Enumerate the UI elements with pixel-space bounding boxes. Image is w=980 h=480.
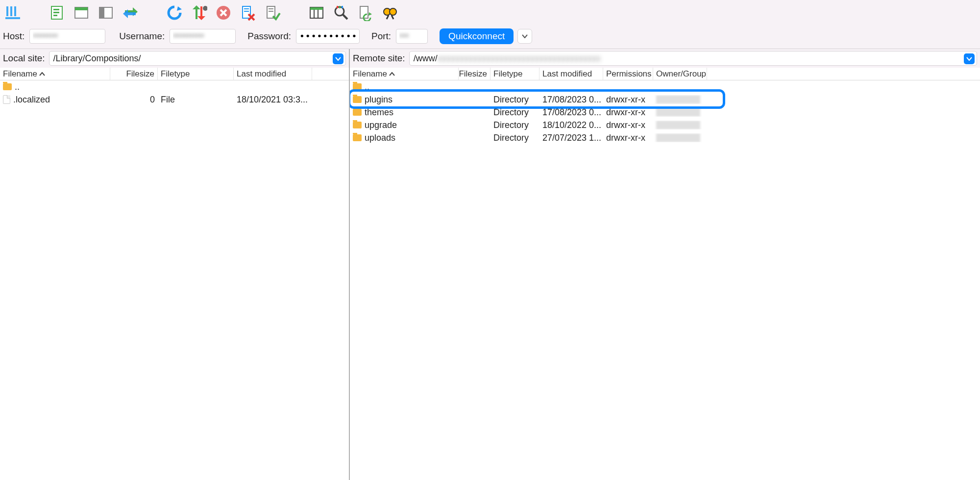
header-filetype[interactable]: Filetype bbox=[158, 68, 234, 80]
chevron-down-icon bbox=[964, 53, 975, 64]
columns-icon[interactable] bbox=[307, 3, 326, 23]
file-name: upgrade bbox=[365, 120, 397, 130]
password-input[interactable] bbox=[296, 29, 360, 44]
svg-rect-5 bbox=[53, 9, 59, 10]
host-label: Host: bbox=[3, 31, 25, 42]
folder-icon bbox=[3, 83, 12, 90]
local-site-row: Local site: /Library/Compositions/ bbox=[0, 49, 349, 68]
site-manager-icon[interactable] bbox=[3, 3, 23, 23]
username-input[interactable] bbox=[170, 29, 236, 44]
remote-site-path[interactable]: /www/xxxxxxxxxxxxxxxxxxxxxxxxxxxxxxxxxxx… bbox=[409, 51, 977, 66]
svg-rect-1 bbox=[10, 6, 12, 16]
file-name: .. bbox=[365, 82, 369, 92]
quickconnect-bar: Host: Username: Password: Port: Quickcon… bbox=[0, 25, 980, 49]
svg-point-31 bbox=[390, 8, 396, 15]
header-filesize[interactable]: Filesize bbox=[459, 68, 490, 80]
file-name: .localized bbox=[13, 95, 50, 105]
svg-rect-3 bbox=[5, 17, 20, 19]
local-site-label: Local site: bbox=[3, 53, 45, 64]
file-name: themes bbox=[365, 107, 393, 118]
svg-rect-9 bbox=[75, 7, 88, 10]
svg-rect-0 bbox=[6, 6, 8, 16]
header-lastmodified[interactable]: Last modified bbox=[234, 68, 312, 80]
local-site-path[interactable]: /Library/Compositions/ bbox=[49, 51, 346, 66]
file-icon bbox=[3, 95, 10, 104]
header-permissions[interactable]: Permissions bbox=[603, 68, 653, 80]
table-row[interactable]: .. bbox=[0, 80, 349, 93]
table-row[interactable]: upgradeDirectory18/10/2022 0...drwxr-xr-… bbox=[350, 119, 980, 131]
sync-browse-icon[interactable] bbox=[121, 3, 140, 23]
remote-pane: Remote site: /www/xxxxxxxxxxxxxxxxxxxxxx… bbox=[350, 49, 980, 480]
remote-site-path-blurred: xxxxxxxxxxxxxxxxxxxxxxxxxxxxxxxxxxxxx bbox=[438, 53, 601, 64]
file-type: Directory bbox=[493, 133, 529, 143]
table-row[interactable]: .. bbox=[350, 80, 980, 93]
header-filetype[interactable]: Filetype bbox=[490, 68, 539, 80]
host-input[interactable] bbox=[29, 29, 105, 44]
svg-rect-28 bbox=[342, 6, 343, 8]
port-input[interactable] bbox=[396, 29, 428, 44]
table-row[interactable]: .localized0File18/10/2021 03:3... bbox=[0, 93, 349, 106]
file-name: .. bbox=[15, 82, 20, 92]
file-modified: 18/10/2022 0... bbox=[542, 120, 601, 130]
header-filename[interactable]: Filename bbox=[350, 68, 459, 80]
text-file-icon[interactable] bbox=[47, 3, 67, 23]
folder-icon bbox=[353, 134, 362, 141]
svg-line-33 bbox=[392, 15, 393, 19]
folder-icon bbox=[353, 96, 362, 103]
quickconnect-history-dropdown[interactable] bbox=[517, 29, 532, 44]
refresh-icon[interactable] bbox=[165, 3, 184, 23]
svg-rect-19 bbox=[269, 11, 273, 12]
svg-rect-27 bbox=[339, 6, 341, 8]
header-filesize[interactable]: Filesize bbox=[110, 68, 158, 80]
file-type: Directory bbox=[493, 95, 529, 105]
header-lastmodified[interactable]: Last modified bbox=[539, 68, 603, 80]
owner-blurred bbox=[656, 108, 700, 117]
search-icon[interactable] bbox=[331, 3, 351, 23]
toggle-remote-icon[interactable] bbox=[96, 3, 116, 23]
file-name: uploads bbox=[365, 133, 395, 143]
svg-line-25 bbox=[343, 14, 347, 19]
file-modified: 17/08/2023 0... bbox=[542, 95, 601, 105]
folder-icon bbox=[353, 109, 362, 116]
owner-blurred bbox=[656, 133, 700, 142]
file-permissions: drwxr-xr-x bbox=[606, 107, 645, 118]
table-row[interactable]: themesDirectory17/08/2023 0...drwxr-xr-x bbox=[350, 106, 980, 119]
transfer-queue-icon[interactable] bbox=[189, 3, 209, 23]
remote-file-headers: Filename Filesize Filetype Last modified… bbox=[350, 68, 980, 80]
file-permissions: drwxr-xr-x bbox=[606, 95, 645, 105]
password-label: Password: bbox=[247, 31, 292, 42]
svg-line-32 bbox=[387, 15, 389, 19]
username-label: Username: bbox=[119, 31, 166, 42]
file-type: Directory bbox=[493, 120, 529, 130]
local-site-path-text: /Library/Compositions/ bbox=[53, 53, 141, 64]
main-toolbar bbox=[0, 0, 980, 25]
toggle-tree-icon[interactable] bbox=[72, 3, 91, 23]
local-pane: Local site: /Library/Compositions/ Filen… bbox=[0, 49, 349, 480]
reconnect-icon[interactable] bbox=[356, 3, 375, 23]
quickconnect-button[interactable]: Quickconnect bbox=[440, 28, 514, 44]
sort-asc-icon bbox=[39, 72, 45, 76]
sort-asc-icon bbox=[389, 72, 395, 76]
file-name: plugins bbox=[365, 95, 392, 105]
main-split: Local site: /Library/Compositions/ Filen… bbox=[0, 49, 980, 480]
header-ownergroup[interactable]: Owner/Group bbox=[653, 68, 707, 80]
svg-rect-16 bbox=[244, 11, 249, 12]
local-file-rows: ...localized0File18/10/2021 03:3... bbox=[0, 80, 349, 480]
cancel-icon[interactable] bbox=[214, 3, 233, 23]
header-filename[interactable]: Filename bbox=[0, 68, 110, 80]
table-row[interactable]: pluginsDirectory17/08/2023 0...drwxr-xr-… bbox=[350, 93, 980, 106]
svg-rect-7 bbox=[53, 15, 57, 16]
compare-icon[interactable] bbox=[263, 3, 282, 23]
table-row[interactable]: uploadsDirectory27/07/2023 1...drwxr-xr-… bbox=[350, 131, 980, 144]
owner-blurred bbox=[656, 95, 700, 104]
filter-disconnect-icon[interactable] bbox=[238, 3, 258, 23]
chevron-down-icon bbox=[333, 53, 343, 64]
svg-point-12 bbox=[203, 6, 207, 11]
file-type: File bbox=[161, 95, 175, 105]
svg-rect-15 bbox=[244, 8, 249, 9]
svg-rect-2 bbox=[14, 6, 16, 16]
svg-rect-11 bbox=[99, 7, 104, 18]
find-icon[interactable] bbox=[380, 3, 400, 23]
local-file-headers: Filename Filesize Filetype Last modified bbox=[0, 68, 349, 80]
file-size: 0 bbox=[150, 95, 155, 105]
